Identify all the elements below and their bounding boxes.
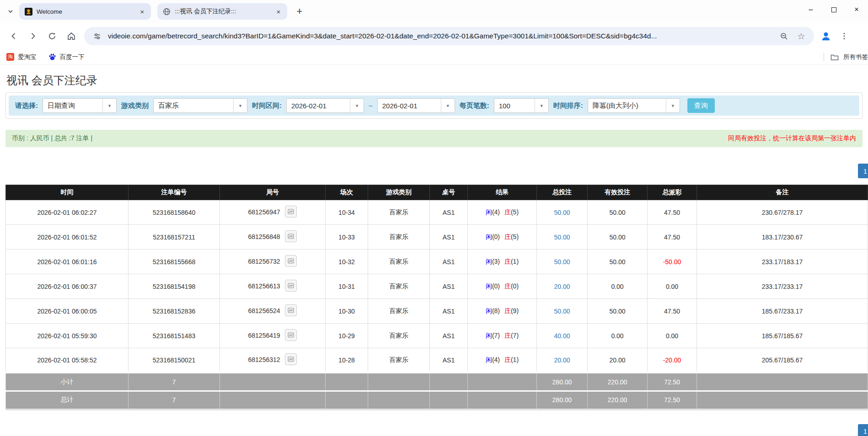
bet-records-table: 时间 注单编号 局号 场次 游戏类别 桌号 结果 总投注 有效投注 总派彩 备注… — [5, 185, 868, 410]
cell-session: 10-29 — [326, 324, 368, 348]
cell-table: AS1 — [430, 274, 468, 299]
result-banker: 庄 — [504, 282, 511, 290]
cell-payout: -50.00 — [648, 250, 697, 274]
table-row: 2026-02-01 06:00:05 523168152836 6812565… — [6, 299, 868, 324]
round-detail-icon[interactable] — [285, 304, 297, 316]
total-valid-bet: 220.00 — [588, 391, 648, 409]
browser-menu-button[interactable] — [835, 27, 853, 45]
date-range-label: 时间区间: — [252, 101, 282, 110]
total-bet-link[interactable]: 50.00 — [554, 308, 570, 315]
person-icon — [820, 30, 832, 42]
cell-table: AS1 — [430, 200, 468, 225]
cell-time: 2026-02-01 06:00:37 — [6, 274, 129, 299]
close-icon[interactable]: × — [274, 7, 283, 16]
round-detail-icon[interactable] — [285, 280, 297, 292]
cell-bet-id: 523168151483 — [129, 324, 220, 348]
maximize-button[interactable] — [822, 0, 845, 19]
page-1-button[interactable]: 1 — [858, 164, 868, 178]
header-table: 桌号 — [430, 185, 468, 200]
round-detail-icon[interactable] — [285, 206, 297, 218]
total-bet-link[interactable]: 20.00 — [554, 356, 570, 364]
bookmark-taobao[interactable]: 淘 爱淘宝 — [6, 53, 37, 61]
cell-result: 闲(7) 庄(7) — [468, 324, 537, 348]
home-button[interactable] — [62, 27, 80, 45]
round-detail-icon[interactable] — [285, 329, 297, 341]
cell-game-type: 百家乐 — [368, 324, 430, 348]
result-player: 闲 — [486, 233, 492, 240]
total-bet-link[interactable]: 50.00 — [554, 209, 570, 216]
total-bet-link[interactable]: 40.00 — [554, 332, 570, 340]
cell-session: 10-28 — [326, 348, 368, 373]
payout-value: 47.50 — [664, 234, 680, 241]
subtotal-count: 7 — [129, 373, 220, 391]
window-close-button[interactable]: × — [845, 0, 868, 19]
bookmark-star-icon[interactable]: ☆ — [795, 30, 808, 43]
round-number: 681256419 — [248, 331, 280, 339]
forward-button[interactable] — [24, 27, 42, 45]
cell-payout: -20.00 — [648, 348, 697, 373]
cell-total-bet: 50.00 — [537, 299, 588, 324]
round-number: 681256732 — [248, 257, 280, 265]
cell-payout: 0.00 — [648, 324, 697, 348]
cell-total-bet: 20.00 — [537, 274, 588, 299]
total-bet-link[interactable]: 50.00 — [554, 234, 570, 241]
browser-toolbar: videoie.com/game/betrecord_search/kind3?… — [0, 23, 868, 49]
round-detail-icon[interactable] — [285, 230, 297, 242]
tab-betrecord[interactable]: :::视讯 会员下注纪录::: × — [157, 3, 287, 20]
three-dots-icon — [840, 32, 848, 40]
total-bet-link[interactable]: 20.00 — [554, 283, 570, 290]
cell-session: 10-32 — [326, 250, 368, 274]
game-type-value: 百家乐 — [154, 99, 233, 112]
cell-result: 闲(8) 庄(9) — [468, 299, 537, 324]
chevron-down-icon: ▾ — [102, 99, 116, 112]
round-detail-icon[interactable] — [285, 353, 297, 365]
cell-result: 闲(0) 庄(0) — [468, 274, 537, 299]
payout-value: 47.50 — [664, 209, 680, 216]
result-player-points: (4) — [492, 208, 500, 216]
search-button[interactable]: 查询 — [687, 98, 715, 113]
cell-session: 10-33 — [326, 225, 368, 250]
tab-welcome[interactable]: Welcome × — [19, 3, 151, 20]
payout-value: 0.00 — [666, 332, 678, 340]
cell-total-bet: 40.00 — [537, 324, 588, 348]
bookmark-label: 爱淘宝 — [18, 53, 37, 61]
cell-bet-id: 523168152836 — [129, 299, 220, 324]
back-button[interactable] — [5, 27, 23, 45]
per-page-select[interactable]: 100 ▾ — [494, 98, 549, 113]
cell-game-type: 百家乐 — [368, 274, 430, 299]
pagination-top: 1 — [0, 164, 868, 178]
game-type-select[interactable]: 百家乐 ▾ — [153, 98, 247, 113]
url-bar[interactable]: videoie.com/game/betrecord_search/kind3?… — [84, 27, 814, 45]
query-type-select[interactable]: 日期查询 ▾ — [43, 98, 117, 113]
date-start-select[interactable]: 2026-02-01 ▾ — [286, 98, 364, 113]
result-banker-points: (7) — [511, 332, 519, 339]
site-settings-icon[interactable] — [91, 30, 103, 43]
chevron-down-icon: ▾ — [666, 99, 680, 112]
result-player-points: (7) — [492, 332, 500, 339]
result-banker-points: (5) — [511, 208, 519, 216]
payout-value: -50.00 — [663, 258, 681, 266]
tab-search-button[interactable] — [4, 5, 17, 18]
zoom-out-icon[interactable] — [777, 30, 790, 43]
result-banker: 庄 — [504, 332, 511, 339]
cell-note: 230.67/278.17 — [697, 200, 868, 225]
profile-avatar[interactable] — [818, 28, 834, 44]
new-tab-button[interactable]: + — [293, 5, 306, 18]
all-bookmarks-label[interactable]: 所有书签 — [843, 53, 868, 61]
round-detail-icon[interactable] — [285, 255, 297, 267]
per-page-value: 100 — [494, 99, 535, 112]
reload-button[interactable] — [43, 27, 61, 45]
page-1-button[interactable]: 1 — [858, 424, 868, 436]
minimize-button[interactable]: – — [799, 0, 822, 19]
cell-payout: 47.50 — [648, 299, 697, 324]
bookmark-baidu[interactable]: 百度一下 — [48, 53, 85, 61]
cell-session: 10-30 — [326, 299, 368, 324]
taobao-icon: 淘 — [6, 53, 14, 61]
cell-valid-bet: 20.00 — [588, 348, 648, 373]
header-payout: 总派彩 — [648, 185, 697, 200]
close-icon[interactable]: × — [138, 7, 146, 16]
date-end-select[interactable]: 2026-02-01 ▾ — [377, 98, 455, 113]
total-bet-link[interactable]: 50.00 — [554, 258, 570, 266]
sort-select[interactable]: 降冪(由大到小) ▾ — [588, 98, 680, 113]
header-round: 局号 — [220, 185, 326, 200]
